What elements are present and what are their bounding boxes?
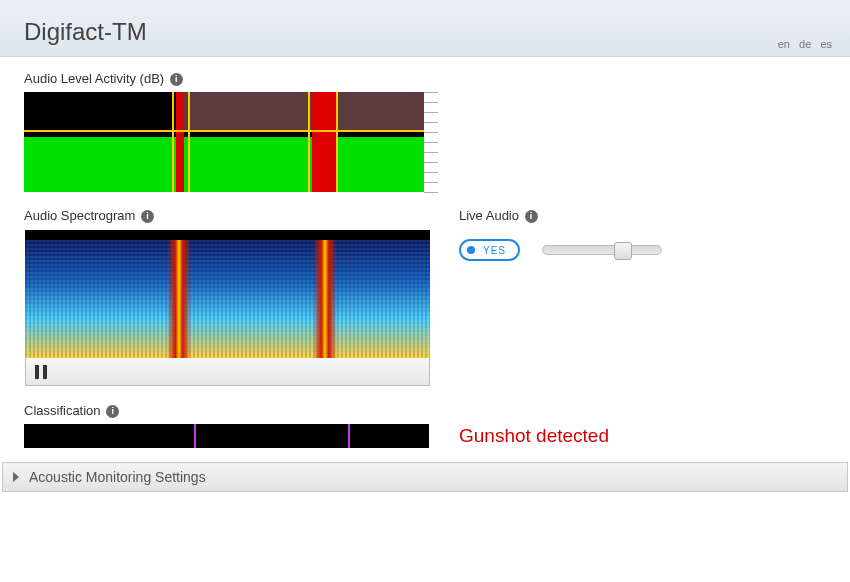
settings-accordion-header[interactable]: Acoustic Monitoring Settings: [2, 462, 848, 492]
live-audio-section-label: Live Audio i: [459, 208, 826, 223]
chevron-right-icon: [13, 472, 19, 482]
info-icon[interactable]: i: [106, 405, 119, 418]
info-icon[interactable]: i: [525, 210, 538, 223]
classification-title-text: Classification: [24, 403, 101, 418]
classification-bar: [24, 424, 429, 448]
spectrogram-title-text: Audio Spectrogram: [24, 208, 135, 223]
spectrogram-view: [25, 230, 430, 358]
live-audio-slider[interactable]: [542, 245, 662, 255]
level-axis-ticks: [424, 92, 454, 192]
lang-en[interactable]: en: [778, 38, 790, 50]
level-section-label: Audio Level Activity (dB) i: [24, 71, 826, 86]
audio-level-chart: [24, 92, 424, 192]
lang-es[interactable]: es: [820, 38, 832, 50]
app-header: Digifact-TM en de es: [0, 0, 850, 57]
classification-alert: Gunshot detected: [459, 425, 826, 447]
live-audio-toggle[interactable]: YES: [459, 239, 520, 261]
accordion-title: Acoustic Monitoring Settings: [29, 469, 206, 485]
spectrogram-controls: [25, 358, 430, 386]
live-audio-title-text: Live Audio: [459, 208, 519, 223]
language-switcher: en de es: [772, 38, 832, 50]
spectrogram-section-label: Audio Spectrogram i: [24, 208, 429, 223]
pause-icon[interactable]: [34, 365, 48, 379]
toggle-label: YES: [483, 245, 506, 256]
info-icon[interactable]: i: [170, 73, 183, 86]
toggle-dot-icon: [467, 246, 475, 254]
classification-section-label: Classification i: [24, 403, 429, 418]
lang-de[interactable]: de: [799, 38, 811, 50]
app-title: Digifact-TM: [24, 18, 826, 46]
level-title-text: Audio Level Activity (dB): [24, 71, 164, 86]
slider-thumb[interactable]: [614, 242, 632, 260]
info-icon[interactable]: i: [141, 210, 154, 223]
